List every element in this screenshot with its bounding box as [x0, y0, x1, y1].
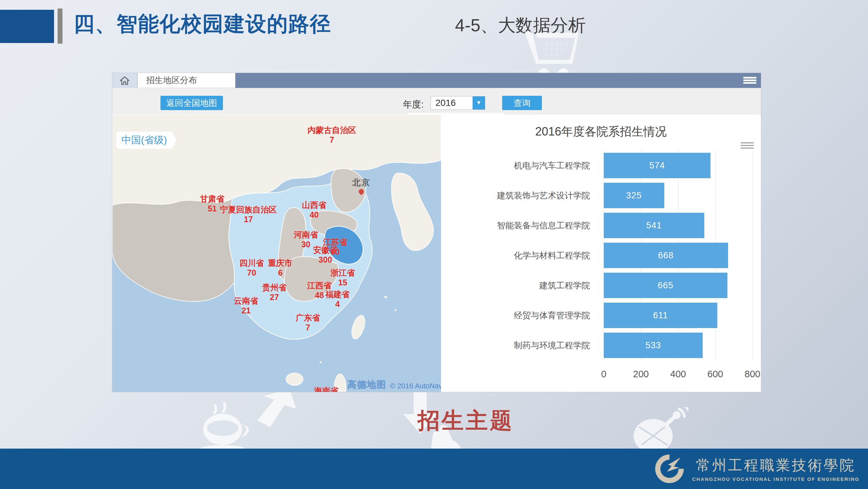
location-pin-icon — [358, 188, 365, 196]
bar-value-label: 611 — [653, 311, 668, 321]
chart-title: 2016年度各院系招生情况 — [441, 124, 761, 140]
arrow-down-left-watermark-icon — [251, 389, 300, 432]
beijing-city-label: 北京 — [352, 177, 370, 194]
province-label: 贵州省27 — [262, 283, 286, 302]
category-label: 化学与材料工程学院 — [441, 240, 596, 270]
bar[interactable]: 574 — [604, 153, 711, 178]
year-select-value: 2016 — [431, 98, 472, 108]
plot-area: 574325541668665611533 — [604, 150, 752, 360]
dashboard-toolbar: 返回全国地图 年度: 2016 ▼ 查询 — [112, 88, 761, 115]
bar-value-label: 574 — [649, 161, 665, 171]
footer-bar: 常州工程職業技術學院 CHANGZHOU VOCATIONAL INSTITUT… — [0, 449, 868, 489]
bar[interactable]: 668 — [604, 243, 728, 268]
institute-name-en: CHANGZHOU VOCATIONAL INSTITUTE OF ENGINE… — [692, 476, 860, 482]
province-label: 福建省4 — [325, 289, 349, 309]
province-label: 浙江省15 — [331, 268, 355, 287]
gridline — [752, 150, 753, 360]
bar[interactable]: 533 — [604, 333, 703, 358]
bar-row: 611 — [604, 300, 752, 330]
bar-row: 533 — [604, 330, 752, 360]
title-accent-bar — [58, 8, 62, 44]
bar-value-label: 668 — [658, 251, 674, 261]
province-label: 重庆市6 — [268, 258, 292, 278]
province-label: 云南省21 — [234, 296, 258, 315]
bar-value-label: 533 — [645, 340, 661, 350]
province-label: 山西省40 — [302, 200, 327, 220]
bar[interactable]: 611 — [604, 303, 717, 328]
home-button[interactable] — [112, 73, 137, 88]
province-label: 四川省70 — [240, 258, 264, 278]
slide-caption: 招生主题 — [417, 406, 514, 436]
title-accent-square — [0, 10, 54, 43]
category-axis: 机电与汽车工程学院建筑装饰与艺术设计学院智能装备与信息工程学院化学与材料工程学院… — [441, 150, 596, 360]
bar-chart-panel: 2016年度各院系招生情况 机电与汽车工程学院建筑装饰与艺术设计学院智能装备与信… — [441, 115, 761, 392]
category-label: 经贸与体育管理学院 — [441, 300, 596, 330]
province-label: 宁夏回族自治区17 — [220, 205, 277, 224]
x-axis: 0200400600800 — [604, 369, 752, 382]
back-to-national-map-button[interactable]: 返回全国地图 — [160, 96, 223, 110]
year-field-label: 年度: — [403, 98, 424, 111]
bar[interactable]: 325 — [604, 183, 664, 208]
province-label: 广东省7 — [296, 313, 320, 332]
slide-title: 四、智能化校园建设的路径 — [73, 10, 331, 38]
institute-name-cn: 常州工程職業技術學院 — [692, 456, 860, 475]
x-tick-label: 200 — [633, 369, 649, 379]
bar-row: 325 — [604, 180, 752, 210]
query-button[interactable]: 查询 — [502, 96, 542, 110]
province-label: 海南省 — [314, 386, 339, 392]
institute-emblem-icon — [653, 452, 686, 486]
coffee-cup-watermark-icon — [195, 401, 254, 456]
x-tick-label: 0 — [601, 369, 606, 379]
chart-menu-icon[interactable] — [741, 141, 754, 150]
province-label: 内蒙古自治区7 — [308, 125, 356, 145]
map-level-badge[interactable]: 中国(省级) — [116, 132, 177, 149]
category-label: 建筑工程学院 — [441, 270, 596, 300]
year-select[interactable]: 2016 ▼ — [431, 96, 485, 110]
category-label: 建筑装饰与艺术设计学院 — [441, 180, 596, 210]
category-label: 智能装备与信息工程学院 — [441, 210, 596, 240]
chevron-down-icon[interactable]: ▼ — [472, 96, 485, 110]
bar-row: 668 — [604, 240, 752, 270]
category-label: 制药与环境工程学院 — [441, 330, 596, 360]
province-label: 安徽省300 — [313, 245, 338, 264]
menu-icon[interactable] — [743, 76, 756, 85]
bar-row: 665 — [604, 270, 752, 300]
x-tick-label: 800 — [745, 369, 760, 379]
bar[interactable]: 665 — [604, 273, 727, 298]
bar-row: 574 — [604, 150, 752, 180]
x-tick-label: 400 — [670, 369, 686, 379]
bar-value-label: 665 — [658, 281, 673, 291]
bar-value-label: 325 — [626, 191, 642, 201]
x-tick-label: 600 — [708, 369, 723, 379]
map-provider-watermark: 高德地图 — [347, 379, 386, 391]
institute-logo: 常州工程職業技術學院 CHANGZHOU VOCATIONAL INSTITUT… — [653, 452, 860, 486]
map-copyright: © 2016 AutoNavi — [390, 382, 441, 390]
presentation-slide: 四、智能化校园建设的路径 4-5、大数据分析 招生地区分布 — [0, 0, 868, 489]
bi-dashboard-window: 招生地区分布 返回全国地图 年度: 2016 ▼ 查询 — [112, 73, 761, 392]
dashboard-content: 中国(省级) 北京 内蒙古自治区7甘肃省51宁夏回族自治区17山西省40河南省3… — [112, 115, 761, 392]
home-icon — [120, 76, 129, 85]
tab-enrollment-region[interactable]: 招生地区分布 — [138, 73, 235, 88]
china-map-graphic — [112, 115, 441, 392]
dashboard-topbar: 招生地区分布 — [112, 73, 761, 88]
bar-value-label: 541 — [646, 221, 662, 231]
china-map-panel[interactable]: 中国(省级) 北京 内蒙古自治区7甘肃省51宁夏回族自治区17山西省40河南省3… — [112, 115, 441, 392]
bar-row: 541 — [604, 210, 752, 240]
category-label: 机电与汽车工程学院 — [441, 150, 596, 180]
bar[interactable]: 541 — [604, 213, 704, 238]
